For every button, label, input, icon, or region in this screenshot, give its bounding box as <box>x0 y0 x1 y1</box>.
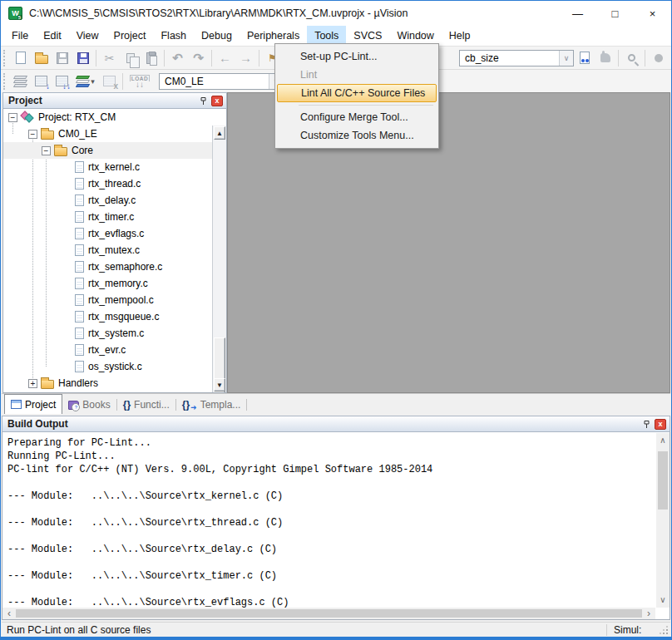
tree-item-rtx-timer[interactable]: rtx_timer.c <box>3 209 226 225</box>
menu-edit[interactable]: Edit <box>36 26 69 46</box>
menu-item-customize-tools-menu[interactable]: Customize Tools Menu... <box>275 126 438 145</box>
scroll-left-icon[interactable]: ‹ <box>4 608 14 619</box>
menu-item-setup-pc-lint[interactable]: Set-up PC-Lint... <box>275 47 438 66</box>
tree-item-project[interactable]: − Project: RTX_CM <box>3 109 226 126</box>
tree-item-label: rtx_mempool.c <box>88 294 154 306</box>
tree-item-rtx-thread[interactable]: rtx_thread.c <box>3 175 226 192</box>
find-button[interactable] <box>621 48 642 68</box>
cut-button[interactable]: ✂ <box>99 48 120 68</box>
find-combo-arrow-icon[interactable]: ∨ <box>559 51 573 66</box>
tree-item-rtx-evflags[interactable]: rtx_evflags.c <box>3 225 226 242</box>
navigate-back-button[interactable]: ← <box>215 48 235 68</box>
expand-icon[interactable]: + <box>28 379 37 388</box>
menu-debug[interactable]: Debug <box>194 26 240 46</box>
redo-button[interactable]: ↷ <box>188 48 209 68</box>
collapse-icon[interactable]: − <box>8 113 17 122</box>
menu-help[interactable]: Help <box>442 26 478 46</box>
books-icon <box>68 401 79 410</box>
tree-item-rtx-delay[interactable]: rtx_delay.c <box>3 192 226 209</box>
c-file-icon <box>75 294 84 306</box>
pin-icon[interactable] <box>198 96 209 106</box>
tree-item-label: rtx_timer.c <box>88 211 134 223</box>
build-output-hscrollbar[interactable]: ‹ › <box>2 608 655 619</box>
undo-button[interactable]: ↶ <box>167 48 188 68</box>
tab-functions[interactable]: {} Functi... <box>117 396 175 414</box>
copy-button[interactable] <box>120 48 141 68</box>
panel-tab-strip: Project Books {} Functi... {}➜ Templa... <box>2 393 670 414</box>
tree-item-label: rtx_evflags.c <box>88 228 144 239</box>
breakpoint-button[interactable] <box>648 48 669 68</box>
collapse-icon[interactable]: − <box>28 130 37 139</box>
tree-item-rtx-system[interactable]: rtx_system.c <box>3 325 226 342</box>
build-output-close-icon[interactable]: x <box>655 419 666 430</box>
tree-item-rtx-kernel[interactable]: rtx_kernel.c <box>3 159 226 175</box>
target-select[interactable]: CM0_LE ∨ <box>159 73 284 90</box>
tab-templates[interactable]: {}➜ Templa... <box>176 396 247 414</box>
find-in-files-button[interactable] <box>574 48 595 68</box>
open-file-button[interactable] <box>31 48 52 68</box>
insert-template-button[interactable] <box>595 48 615 68</box>
maximize-button[interactable]: □ <box>596 1 634 26</box>
new-file-button[interactable] <box>10 48 31 68</box>
tree-item-os-systick[interactable]: os_systick.c <box>3 358 226 375</box>
tree-item-label: os_systick.c <box>88 361 142 372</box>
build-button[interactable]: ↓ <box>31 71 52 91</box>
pin-icon[interactable] <box>641 419 652 430</box>
rebuild-button[interactable]: ↓↓ <box>52 71 72 91</box>
tab-project[interactable]: Project <box>4 394 62 414</box>
tab-books[interactable]: Books <box>62 396 116 414</box>
menu-item-lint-all-sources[interactable]: Lint All C/C++ Source Files <box>277 84 437 102</box>
scroll-up-icon[interactable]: ▲ <box>214 126 225 140</box>
paste-button[interactable] <box>141 48 161 68</box>
collapse-icon[interactable]: − <box>42 146 51 155</box>
tree-item-rtx-semaphore[interactable]: rtx_semaphore.c <box>3 258 226 275</box>
close-button[interactable]: × <box>634 1 671 26</box>
target-folder-icon <box>41 130 54 140</box>
toolbar-separator <box>96 50 96 66</box>
menu-flash[interactable]: Flash <box>153 26 194 46</box>
menu-file[interactable]: File <box>4 26 36 46</box>
tree-item-cm0-le[interactable]: − CM0_LE <box>3 126 226 142</box>
tree-item-rtx-memory[interactable]: rtx_memory.c <box>3 275 226 292</box>
save-button[interactable] <box>52 48 72 68</box>
scroll-down-icon[interactable]: ∨ <box>656 594 670 606</box>
tree-scrollbar[interactable]: ▲ ▼ <box>212 126 226 392</box>
navigate-forward-button[interactable]: → <box>235 48 256 68</box>
stop-build-button[interactable]: x <box>99 71 120 91</box>
build-output-vscrollbar[interactable]: ∧ ∨ <box>656 433 670 608</box>
translate-button[interactable] <box>10 71 31 91</box>
batch-build-icon <box>77 76 90 87</box>
c-file-icon <box>75 261 84 273</box>
tab-label: Project <box>25 399 56 411</box>
vscrollbar-thumb[interactable] <box>658 451 668 510</box>
tree-item-core[interactable]: − Core <box>3 142 226 159</box>
find-in-files-box[interactable]: cb_size ∨ <box>459 50 574 66</box>
batch-build-button[interactable]: ▾ <box>72 71 99 91</box>
project-panel-close-icon[interactable]: x <box>211 96 223 106</box>
tree-item-rtx-mempool[interactable]: rtx_mempool.c <box>3 292 226 308</box>
find-in-files-icon <box>580 52 590 64</box>
load-button[interactable]: LOAD↓↓ <box>126 71 154 91</box>
scroll-right-icon[interactable]: › <box>644 608 654 619</box>
scroll-up-icon[interactable]: ∧ <box>656 435 670 446</box>
resize-grip[interactable] <box>658 624 670 636</box>
menu-view[interactable]: View <box>69 26 106 46</box>
c-file-icon <box>75 178 84 190</box>
redo-icon: ↷ <box>193 52 204 64</box>
tab-separator <box>246 399 247 411</box>
build-output-body[interactable]: Preparing for PC-Lint... Running PC-Lint… <box>2 432 670 620</box>
tree-item-handlers[interactable]: + Handlers <box>3 375 226 391</box>
scroll-down-icon[interactable]: ▼ <box>214 378 225 391</box>
save-all-button[interactable] <box>72 48 93 68</box>
status-message: Run PC-Lint on all C source files <box>2 624 606 636</box>
tab-label: Templa... <box>200 399 241 411</box>
tree-item-rtx-msgqueue[interactable]: rtx_msgqueue.c <box>3 308 226 325</box>
hscrollbar-thumb[interactable] <box>16 609 642 618</box>
minimize-button[interactable]: — <box>559 1 596 26</box>
tree-item-rtx-mutex[interactable]: rtx_mutex.c <box>3 242 226 258</box>
toolbar-separator <box>618 50 619 66</box>
tree-item-rtx-evr[interactable]: rtx_evr.c <box>3 342 226 358</box>
batch-build-caret-icon[interactable]: ▾ <box>91 77 95 86</box>
menu-item-configure-merge-tool[interactable]: Configure Merge Tool... <box>275 108 438 126</box>
menu-project[interactable]: Project <box>106 26 154 46</box>
